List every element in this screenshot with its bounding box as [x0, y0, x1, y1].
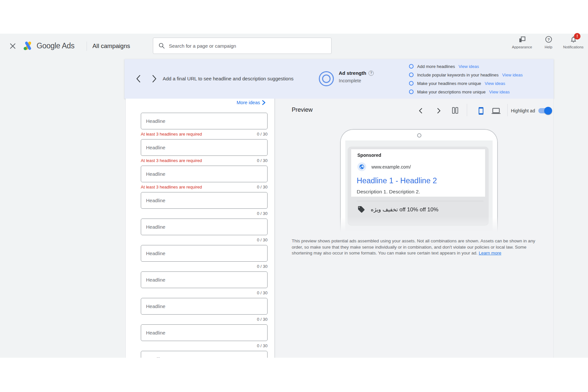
globe-icon — [357, 162, 366, 171]
headline-input-7[interactable] — [141, 271, 268, 288]
tag-icon — [357, 205, 365, 213]
suggestion-circle-icon — [409, 90, 414, 94]
headline-counter: 0 / 30 — [257, 211, 268, 216]
phone-screen: Sponsored www.example.com/ Headline 1 - … — [345, 140, 493, 233]
more-ideas-link[interactable]: More ideas — [237, 100, 266, 105]
promotion-row: تخفیف ویژه off 10% off 10% — [357, 205, 438, 213]
headline-counter: 0 / 30 — [257, 264, 268, 269]
headline-counter: 0 / 30 — [257, 237, 268, 242]
notifications-badge: ! — [574, 33, 580, 40]
ad-strength-help-icon[interactable]: ? — [368, 71, 374, 76]
headline-input-4[interactable] — [141, 192, 268, 209]
headline-input-6[interactable] — [141, 245, 268, 262]
view-ideas-link[interactable]: View ideas — [485, 81, 505, 86]
banner-message: Add a final URL to see headline and desc… — [163, 76, 294, 81]
desktop-preview-icon[interactable] — [492, 106, 500, 115]
banner-prev-icon[interactable] — [135, 74, 142, 83]
appearance-label: Appearance — [508, 45, 536, 49]
headline-counter: 0 / 30 — [257, 158, 268, 163]
suggestion-label: Make your headlines more unique — [417, 81, 481, 86]
view-ideas-link[interactable]: View ideas — [489, 90, 510, 94]
headline-counter: 0 / 30 — [257, 185, 268, 189]
headline-input-10[interactable] — [141, 351, 268, 358]
notifications-button[interactable]: ! Notifications — [560, 35, 587, 49]
promotion-text: تخفیف ویژه off 10% off 10% — [371, 206, 438, 213]
help-label: Help — [535, 45, 562, 49]
preview-prev-icon[interactable] — [418, 107, 424, 114]
phone-mockup: Sponsored www.example.com/ Headline 1 - … — [340, 129, 498, 233]
ad-preview-card: Sponsored www.example.com/ Headline 1 - … — [348, 147, 488, 225]
suggestion-row: Make your headlines more unique View ide… — [409, 79, 523, 88]
all-campaigns-nav[interactable]: All campaigns — [92, 42, 130, 50]
search-icon — [158, 42, 165, 49]
suggestion-label: Include popular keywords in your headlin… — [417, 73, 498, 77]
display-url: www.example.com/ — [371, 164, 411, 170]
notifications-label: Notifications — [560, 45, 587, 49]
ad-headline: Headline 1 - Headline 2 — [357, 176, 437, 185]
ad-strength-label: Ad strength — [339, 70, 366, 76]
highlight-ad-toggle[interactable] — [538, 108, 551, 113]
ad-strength-gauge-icon — [319, 71, 334, 86]
banner-next-icon[interactable] — [150, 74, 157, 83]
headline-input-3[interactable] — [141, 166, 268, 182]
search-bar[interactable] — [153, 38, 332, 54]
help-icon: ? — [545, 36, 552, 43]
close-icon[interactable] — [9, 43, 16, 49]
suggestion-row: Add more headlines View ideas — [409, 62, 523, 71]
headline-counter: 0 / 30 — [257, 317, 268, 322]
chevron-right-icon — [261, 100, 266, 105]
appearance-button[interactable]: Appearance — [508, 35, 536, 49]
preview-next-icon[interactable] — [436, 107, 442, 114]
headline-input-1[interactable] — [141, 113, 268, 129]
topbar-divider — [87, 41, 87, 51]
suggestion-circle-icon — [409, 81, 414, 86]
carousel-view-icon[interactable] — [451, 106, 459, 114]
suggestion-row: Include popular keywords in your headlin… — [409, 71, 523, 79]
headline-input-5[interactable] — [141, 219, 268, 235]
learn-more-link[interactable]: Learn more — [479, 251, 501, 255]
ad-main-section: Sponsored www.example.com/ Headline 1 - … — [351, 149, 485, 197]
headline-counter: 0 / 30 — [257, 343, 268, 348]
suggestion-circle-icon — [409, 73, 414, 77]
suggestion-label: Make your descriptions more unique — [417, 90, 486, 94]
headline-counter: 0 / 30 — [257, 290, 268, 295]
google-ads-window: Google Ads All campaigns Appearance ? He… — [0, 0, 588, 392]
suggestion-label: Add more headlines — [417, 64, 455, 69]
help-button[interactable]: ? Help — [535, 35, 562, 49]
headline-input-8[interactable] — [141, 298, 268, 315]
svg-text:?: ? — [547, 37, 549, 41]
appearance-icon — [518, 36, 526, 43]
toolbar-divider — [467, 104, 467, 116]
phone-camera-icon — [417, 133, 421, 138]
toggle-knob — [544, 107, 552, 115]
search-input[interactable] — [169, 43, 319, 49]
suggestions-list: Add more headlines View ideas Include po… — [409, 62, 523, 96]
sponsored-label: Sponsored — [357, 153, 381, 158]
more-ideas-label: More ideas — [237, 100, 260, 105]
headline-error: At least 3 headlines are required — [141, 158, 202, 163]
ad-divider — [357, 201, 483, 201]
ad-brand-row: www.example.com/ — [357, 162, 411, 171]
view-ideas-link[interactable]: View ideas — [502, 73, 523, 77]
toolbar-divider — [507, 104, 508, 116]
suggestion-circle-icon — [409, 64, 414, 69]
mobile-preview-icon[interactable] — [477, 106, 485, 115]
preview-panel: Preview Highlight ad Sponsored — [275, 99, 554, 358]
headline-error: At least 3 headlines are required — [141, 185, 202, 189]
suggestion-row: Make your descriptions more unique View … — [409, 88, 523, 96]
preview-disclaimer: This preview shows potential ads assembl… — [292, 238, 544, 256]
brand-name: Google Ads — [37, 41, 74, 50]
ad-strength-status: Incomplete — [339, 78, 361, 83]
headline-counter: 0 / 30 — [257, 132, 268, 137]
headline-input-9[interactable] — [141, 324, 268, 341]
view-ideas-link[interactable]: View ideas — [459, 64, 479, 69]
highlight-ad-label: Highlight ad — [511, 108, 535, 113]
google-ads-logo-icon — [23, 41, 34, 51]
ad-description: Description 1. Description 2. — [357, 189, 420, 195]
headline-error: At least 3 headlines are required — [141, 132, 202, 137]
headlines-editor-panel: More ideas At least 3 headlines are requ… — [125, 99, 275, 358]
suggestions-banner: Add a final URL to see headline and desc… — [124, 59, 554, 99]
preview-title: Preview — [292, 106, 313, 113]
headline-input-2[interactable] — [141, 139, 268, 156]
